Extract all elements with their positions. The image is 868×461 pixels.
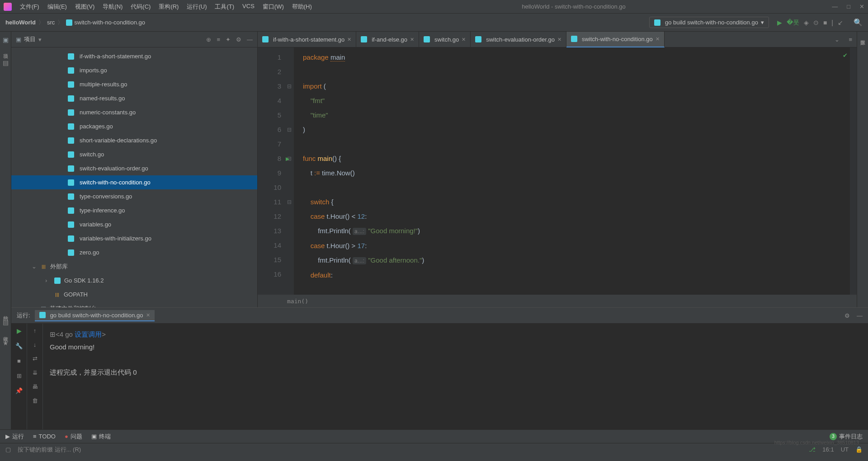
- layout-icon[interactable]: ⊞: [17, 372, 22, 379]
- file-tree-item[interactable]: if-with-a-short-statement.go: [11, 49, 257, 63]
- close-icon[interactable]: ✕: [656, 36, 660, 42]
- editor-tab[interactable]: switch.go✕: [419, 32, 471, 47]
- structure-icon[interactable]: ▤: [3, 319, 9, 326]
- file-tree-item[interactable]: switch.go: [11, 147, 257, 161]
- menu-view[interactable]: 视图(V): [71, 1, 98, 13]
- menu-tools[interactable]: 工具(T): [211, 1, 238, 13]
- menu-window[interactable]: 窗口(W): [259, 1, 288, 13]
- file-tree-item[interactable]: type-inference.go: [11, 203, 257, 217]
- window-list-icon[interactable]: ▢: [5, 446, 11, 453]
- external-libs-node[interactable]: ⌄⫼外部库: [11, 259, 257, 273]
- lock-icon[interactable]: 🔒: [855, 446, 863, 453]
- stop-icon[interactable]: ■: [17, 358, 21, 364]
- file-tree-item[interactable]: named-results.go: [11, 91, 257, 105]
- editor-tab[interactable]: if-and-else.go✕: [356, 32, 419, 47]
- breadcrumb-file[interactable]: switch-with-no-condition.go: [66, 19, 145, 26]
- run-tool-button[interactable]: ▶运行: [5, 433, 24, 441]
- coverage-icon[interactable]: ◈: [804, 19, 809, 26]
- event-log-button[interactable]: 3事件日志: [830, 433, 863, 441]
- wrap-icon[interactable]: ⇄: [33, 355, 38, 362]
- editor-tab[interactable]: if-with-a-short-statement.go✕: [258, 32, 356, 47]
- editor-tab[interactable]: switch-with-no-condition.go✕: [566, 32, 665, 47]
- file-tree[interactable]: if-with-a-short-statement.goimports.gomu…: [11, 47, 257, 307]
- cursor-position[interactable]: 16:1: [822, 446, 834, 453]
- scratches-node[interactable]: ▣草稿文件和控制台: [11, 301, 257, 307]
- down-icon[interactable]: ↓: [33, 341, 37, 348]
- todo-tool-button[interactable]: ≡TODO: [33, 433, 56, 440]
- menu-help[interactable]: 帮助(H): [288, 1, 316, 13]
- pin-icon[interactable]: 📌: [15, 387, 23, 394]
- code-editor[interactable]: ✔ 12345678910111213141516 ⊟ ⊟ ▶⊟ ⊟ packa…: [258, 47, 857, 295]
- sort-icon[interactable]: ≡: [217, 36, 220, 43]
- scroll-icon[interactable]: ⇊: [33, 369, 38, 376]
- gear-icon[interactable]: ⚙: [844, 312, 850, 319]
- git-icon[interactable]: ↙: [838, 19, 843, 26]
- maximize-icon[interactable]: □: [847, 3, 850, 10]
- stop-icon[interactable]: ■: [823, 19, 827, 26]
- menu-refactor[interactable]: 重构(R): [155, 1, 182, 13]
- run-config-selector[interactable]: go build switch-with-no-condition.go ▾: [649, 17, 769, 28]
- gutter-run-icon[interactable]: ▶: [286, 151, 289, 166]
- target-icon[interactable]: ⊕: [206, 36, 211, 43]
- rerun-icon[interactable]: ▶: [17, 327, 22, 334]
- file-tree-item[interactable]: type-conversions.go: [11, 189, 257, 203]
- breadcrumb-project[interactable]: helloWorld: [5, 19, 36, 26]
- close-icon[interactable]: ✕: [347, 37, 351, 42]
- collapse-icon[interactable]: —: [247, 36, 253, 43]
- problems-tool-button[interactable]: ●问题: [65, 433, 82, 441]
- chevron-down-icon[interactable]: ▾: [38, 36, 42, 43]
- file-tree-item[interactable]: imports.go: [11, 63, 257, 77]
- file-tree-item[interactable]: switch-with-no-condition.go: [11, 175, 257, 189]
- file-tree-item[interactable]: switch-evaluation-order.go: [11, 161, 257, 175]
- editor-breadcrumb[interactable]: main(): [258, 295, 857, 307]
- tab-list-icon[interactable]: ≡: [844, 36, 857, 43]
- file-tree-item[interactable]: variables.go: [11, 217, 257, 231]
- file-tree-item[interactable]: variables-with-initializers.go: [11, 231, 257, 245]
- file-tool-icon[interactable]: ▤: [3, 59, 9, 66]
- file-tree-item[interactable]: packages.go: [11, 119, 257, 133]
- wrench-icon[interactable]: 🔧: [15, 343, 23, 349]
- close-icon[interactable]: ✕: [557, 37, 561, 42]
- trash-icon[interactable]: 🗑: [32, 397, 38, 404]
- go-sdk-node[interactable]: ›Go SDK 1.16.2: [11, 273, 257, 287]
- inspection-ok-icon[interactable]: ✔: [843, 52, 848, 59]
- profile-icon[interactable]: ⊙: [813, 19, 819, 26]
- menu-edit[interactable]: 编辑(E): [44, 1, 71, 13]
- encoding[interactable]: UT: [841, 446, 849, 453]
- file-tree-item[interactable]: numeric-constants.go: [11, 105, 257, 119]
- terminal-tool-button[interactable]: ▣终端: [91, 433, 111, 441]
- project-tool-icon[interactable]: ▣: [3, 36, 9, 43]
- menu-code[interactable]: 代码(C): [127, 1, 154, 13]
- file-tree-item[interactable]: multiple-results.go: [11, 77, 257, 91]
- minimize-icon[interactable]: —: [832, 3, 838, 10]
- search-icon[interactable]: 🔍: [854, 18, 863, 27]
- run-tab[interactable]: go build switch-with-no-condition.go ✕: [35, 310, 155, 321]
- close-icon[interactable]: ✕: [146, 312, 150, 318]
- menu-vcs[interactable]: VCS: [239, 1, 258, 13]
- error-stripe[interactable]: [850, 47, 857, 295]
- file-tree-item[interactable]: zero.go: [11, 245, 257, 259]
- close-icon[interactable]: ✕: [410, 37, 414, 42]
- close-icon[interactable]: ✕: [462, 37, 466, 42]
- gopath-node[interactable]: ⫼GOPATH: [11, 287, 257, 301]
- run-output[interactable]: ⊞<4 go 设置调用> Good morning! 进程完成，并显示退出代码 …: [43, 324, 868, 429]
- options-icon[interactable]: ✦: [226, 36, 231, 43]
- run-icon[interactable]: ▶: [777, 19, 782, 26]
- menu-file[interactable]: 文件(F): [16, 1, 43, 13]
- code-content[interactable]: package main import ( "fmt" "time" ) fun…: [294, 47, 850, 295]
- settings-link[interactable]: 设置调用: [75, 330, 102, 338]
- git-status-icon[interactable]: ⎇: [809, 446, 816, 453]
- gear-icon[interactable]: ⚙: [236, 36, 241, 43]
- fold-gutter[interactable]: ⊟ ⊟ ▶⊟ ⊟: [285, 47, 294, 295]
- menu-run[interactable]: 运行(U): [183, 1, 210, 13]
- star-icon[interactable]: ★: [3, 339, 9, 347]
- debug-icon[interactable]: �폿: [787, 19, 799, 27]
- up-icon[interactable]: ↑: [33, 327, 37, 334]
- collapse-icon[interactable]: —: [857, 312, 863, 319]
- breadcrumb-folder[interactable]: src: [47, 19, 55, 26]
- file-tree-item[interactable]: short-variable-declarations.go: [11, 133, 257, 147]
- menu-navigate[interactable]: 导航(N): [99, 1, 126, 13]
- tab-dropdown-icon[interactable]: ⌄: [830, 36, 844, 43]
- print-icon[interactable]: 🖶: [32, 383, 38, 390]
- editor-tab[interactable]: switch-evaluation-order.go✕: [471, 32, 566, 47]
